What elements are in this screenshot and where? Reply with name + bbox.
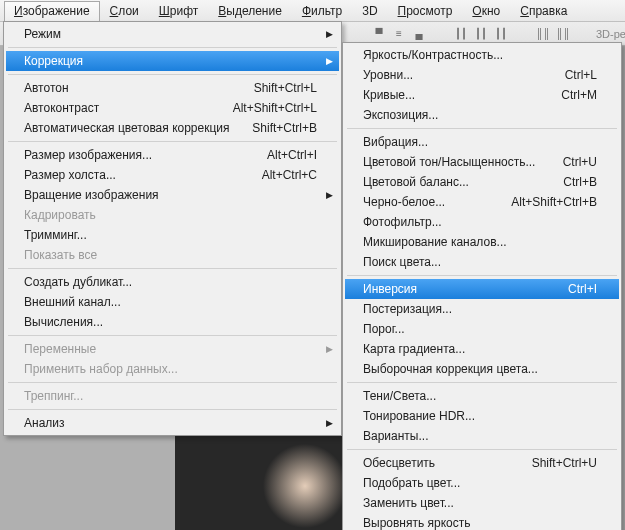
menu-item-label: Размер холста... <box>24 168 116 182</box>
menu-item[interactable]: Поиск цвета... <box>345 252 619 272</box>
menu-separator <box>8 335 337 336</box>
menubar-item[interactable]: 3D <box>352 1 387 21</box>
align-vcenter-icon[interactable]: ≡ <box>390 25 408 43</box>
menubar-item[interactable]: Выделение <box>208 1 292 21</box>
menu-item-shortcut: Shift+Ctrl+U <box>532 456 597 470</box>
menu-item-label: Цветовой баланс... <box>363 175 469 189</box>
menu-item-shortcut: Ctrl+L <box>565 68 597 82</box>
menu-item[interactable]: Вращение изображения▶ <box>6 185 339 205</box>
menu-item[interactable]: Кривые...Ctrl+M <box>345 85 619 105</box>
menubar-item[interactable]: Справка <box>510 1 577 21</box>
menu-item[interactable]: Карта градиента... <box>345 339 619 359</box>
menu-item[interactable]: Автоматическая цветовая коррекцияShift+C… <box>6 118 339 138</box>
menu-item-label: Микширование каналов... <box>363 235 507 249</box>
menu-item[interactable]: Тонирование HDR... <box>345 406 619 426</box>
menu-item-label: Внешний канал... <box>24 295 121 309</box>
menu-separator <box>8 47 337 48</box>
menu-item-shortcut: Ctrl+M <box>561 88 597 102</box>
menu-item[interactable]: Подобрать цвет... <box>345 473 619 493</box>
menubar-item[interactable]: Фильтр <box>292 1 352 21</box>
menu-item[interactable]: Цветовой тон/Насыщенность...Ctrl+U <box>345 152 619 172</box>
menu-item[interactable]: Вибрация... <box>345 132 619 152</box>
menubar-item[interactable]: Слои <box>100 1 149 21</box>
menu-item[interactable]: Цветовой баланс...Ctrl+B <box>345 172 619 192</box>
menu-item[interactable]: Микширование каналов... <box>345 232 619 252</box>
menu-item[interactable]: Размер изображения...Alt+Ctrl+I <box>6 145 339 165</box>
menu-item: Применить набор данных... <box>6 359 339 379</box>
menu-item-label: Яркость/Контрастность... <box>363 48 503 62</box>
distribute-4-icon[interactable]: ║║ <box>534 25 552 43</box>
menubar-item[interactable]: Просмотр <box>388 1 463 21</box>
menu-item-label: Цветовой тон/Насыщенность... <box>363 155 535 169</box>
menu-item[interactable]: Постеризация... <box>345 299 619 319</box>
menu-separator <box>8 268 337 269</box>
menu-item[interactable]: ОбесцветитьShift+Ctrl+U <box>345 453 619 473</box>
menu-item[interactable]: Создать дубликат... <box>6 272 339 292</box>
menu-item-label: Переменные <box>24 342 96 356</box>
menu-item[interactable]: Анализ▶ <box>6 413 339 433</box>
menu-item-label: Экспозиция... <box>363 108 438 122</box>
menu-item-label: Вычисления... <box>24 315 103 329</box>
menu-item[interactable]: Режим▶ <box>6 24 339 44</box>
menu-item-label: Порог... <box>363 322 405 336</box>
menu-item[interactable]: Яркость/Контрастность... <box>345 45 619 65</box>
menubar-item[interactable]: Изображение <box>4 1 100 21</box>
menubar-item[interactable]: Шрифт <box>149 1 208 21</box>
submenu-correction: Яркость/Контрастность...Уровни...Ctrl+LК… <box>342 42 622 530</box>
submenu-arrow-icon: ▶ <box>326 344 333 354</box>
menu-item-shortcut: Alt+Shift+Ctrl+B <box>511 195 597 209</box>
menu-item[interactable]: Уровни...Ctrl+L <box>345 65 619 85</box>
submenu-arrow-icon: ▶ <box>326 56 333 66</box>
menu-item[interactable]: Черно-белое...Alt+Shift+Ctrl+B <box>345 192 619 212</box>
distribute-5-icon[interactable]: ║║ <box>554 25 572 43</box>
menu-item[interactable]: ИнверсияCtrl+I <box>345 279 619 299</box>
menu-item[interactable]: Варианты... <box>345 426 619 446</box>
menu-item-label: Поиск цвета... <box>363 255 441 269</box>
menu-item[interactable]: Тени/Света... <box>345 386 619 406</box>
distribute-group: ┃┃ ┃┃ ┃┃ <box>452 25 510 43</box>
menu-item[interactable]: Внешний канал... <box>6 292 339 312</box>
menu-item-shortcut: Alt+Ctrl+I <box>267 148 317 162</box>
distribute-1-icon[interactable]: ┃┃ <box>452 25 470 43</box>
menu-item[interactable]: Вычисления... <box>6 312 339 332</box>
menu-item[interactable]: Размер холста...Alt+Ctrl+C <box>6 165 339 185</box>
menubar: ИзображениеСлоиШрифтВыделениеФильтр3DПро… <box>0 0 625 22</box>
menu-item[interactable]: Фотофильтр... <box>345 212 619 232</box>
menu-item[interactable]: Экспозиция... <box>345 105 619 125</box>
distribute-group-2: ║║ ║║ <box>534 25 572 43</box>
align-top-icon[interactable]: ▀ <box>370 25 388 43</box>
menu-item[interactable]: Коррекция▶ <box>6 51 339 71</box>
menu-item-label: Размер изображения... <box>24 148 152 162</box>
align-bottom-icon[interactable]: ▄ <box>410 25 428 43</box>
menu-item[interactable]: Выборочная коррекция цвета... <box>345 359 619 379</box>
menubar-item[interactable]: Окно <box>462 1 510 21</box>
menu-separator <box>8 382 337 383</box>
menu-item[interactable]: Порог... <box>345 319 619 339</box>
menu-item-label: Выровнять яркость <box>363 516 471 530</box>
menu-item-shortcut: Ctrl+I <box>568 282 597 296</box>
menu-item[interactable]: АвтоконтрастAlt+Shift+Ctrl+L <box>6 98 339 118</box>
menu-item[interactable]: Заменить цвет... <box>345 493 619 513</box>
menu-item-label: Уровни... <box>363 68 413 82</box>
submenu-arrow-icon: ▶ <box>326 190 333 200</box>
menu-item-label: Применить набор данных... <box>24 362 178 376</box>
distribute-3-icon[interactable]: ┃┃ <box>492 25 510 43</box>
mode-3d-label[interactable]: 3D-реж <box>596 28 625 40</box>
menu-item-label: Тонирование HDR... <box>363 409 475 423</box>
distribute-2-icon[interactable]: ┃┃ <box>472 25 490 43</box>
menu-item[interactable]: Выровнять яркость <box>345 513 619 530</box>
menu-item-label: Тримминг... <box>24 228 87 242</box>
menu-item-label: Черно-белое... <box>363 195 445 209</box>
menu-item-label: Анализ <box>24 416 65 430</box>
menu-item-label: Автотон <box>24 81 69 95</box>
menu-item-shortcut: Alt+Ctrl+C <box>262 168 317 182</box>
menu-item[interactable]: Тримминг... <box>6 225 339 245</box>
menu-item-label: Выборочная коррекция цвета... <box>363 362 538 376</box>
menu-item[interactable]: АвтотонShift+Ctrl+L <box>6 78 339 98</box>
menu-item-label: Кривые... <box>363 88 415 102</box>
menu-item-label: Режим <box>24 27 61 41</box>
menu-item-label: Фотофильтр... <box>363 215 442 229</box>
menu-separator <box>347 275 617 276</box>
menu-item-label: Коррекция <box>24 54 83 68</box>
menu-item: Треппинг... <box>6 386 339 406</box>
